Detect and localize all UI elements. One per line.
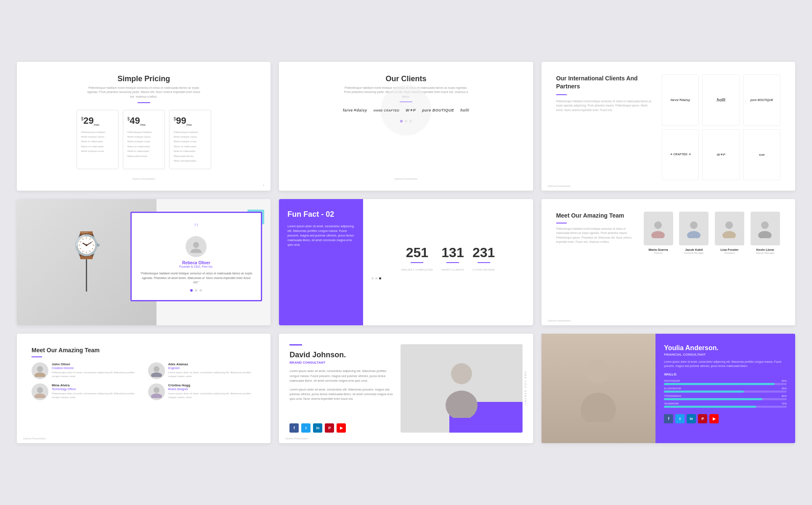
svg-point-5 <box>687 231 701 238</box>
svg-point-7 <box>722 231 736 238</box>
list-avatar-3 <box>32 383 48 400</box>
client-logos: farve✕daisy HAND CRAFTED W✦P pure BOUTIQ… <box>343 108 470 112</box>
team-list-title: Meet Our Amazing Team <box>32 346 256 355</box>
funfact-left: Fun Fact - 02 Lorem ipsum dolor sit amet… <box>279 199 363 325</box>
pricing-cards: $29/mo Pellentesque habitant Morbi trist… <box>77 110 211 169</box>
team-member-1: Maria Guerra Director <box>643 212 674 254</box>
team-divider <box>556 223 567 223</box>
price-2: $49/mo <box>127 115 160 127</box>
quote-marks: " <box>140 221 253 234</box>
quote-card: " Rebeca Oliver Founder & CEO, Firm Inc.… <box>130 212 263 301</box>
slide-youlia: Youlia Anderson. FINANCIAL CONSULTANT Lo… <box>541 334 795 443</box>
list-role-1: Creative Director <box>52 367 140 369</box>
list-desc-4: Lorem ipsum dolor sit amet, consectetur … <box>168 392 256 399</box>
member-avatar-4 <box>751 212 780 245</box>
youlia-social-li[interactable]: in <box>687 414 696 423</box>
david-footer: Optima Presentation <box>285 437 308 440</box>
svg-point-15 <box>34 393 45 398</box>
svg-point-19 <box>446 391 478 418</box>
logo-farve: farve✕daisy <box>343 108 367 112</box>
member-role-1: Director <box>643 252 674 254</box>
intl-logos: farve✕daisy holli pure BOUTIQUE ✦ CRAFTE… <box>662 74 780 181</box>
list-role-3: Technology Officer <box>52 388 140 391</box>
stat-projects: 251 PROJECT COMPLETED <box>401 245 433 272</box>
team-left: Meet Our Amazing Team Pellentesque habit… <box>556 212 635 315</box>
list-name-4: Cristina Hogg <box>168 383 256 387</box>
funfact-desc: Lorem ipsum dolor sit amet, consectetur … <box>287 224 355 247</box>
list-info-4: Cristina Hogg Brand designer Lorem ipsum… <box>168 383 256 399</box>
team-list-footer: Optima Presentation <box>23 437 46 440</box>
funfact-nav-dots <box>372 277 524 279</box>
social-facebook[interactable]: f <box>289 423 299 433</box>
david-photo-inner <box>401 344 522 433</box>
stat-label-3: 5 STAR REVIEW <box>472 268 494 271</box>
team-list-item-4: Cristina Hogg Brand designer Lorem ipsum… <box>148 383 256 400</box>
list-avatar-2 <box>148 362 165 379</box>
pricing-page: 1 <box>263 184 264 186</box>
features-3: Pellentesque habitant Morbi tristique va… <box>174 130 207 163</box>
quote-name: Rebeca Oliver <box>140 260 253 265</box>
stat-label-2: HAPPY CLIENTS <box>441 268 464 271</box>
slide-grid: Simple Pricing Pellentesque habitant mor… <box>17 62 795 444</box>
youlia-social-tw[interactable]: t <box>675 414 685 423</box>
features-1: Pellentesque habitant Morbi tristique va… <box>81 130 114 153</box>
member-role-3: Assistant <box>714 252 745 254</box>
member-name-4: Kevin Llone <box>750 248 780 252</box>
pricing-card-1: $29/mo Pellentesque habitant Morbi trist… <box>77 110 119 169</box>
svg-point-17 <box>151 393 162 398</box>
youlia-info: Youlia Anderson. FINANCIAL CONSULTANT Lo… <box>655 334 795 443</box>
svg-point-2 <box>654 221 662 229</box>
youlia-desc: Lorem ipsum dolor sit amet, consectetur … <box>664 360 787 368</box>
skill-photoshop: PHOTOSHOP90% <box>664 380 787 385</box>
david-role: BRAND CONSULTANT <box>289 361 394 364</box>
youlia-social-fb[interactable]: f <box>664 414 673 423</box>
youlia-social-pi[interactable]: P <box>698 414 707 423</box>
pricing-title: Simple Pricing <box>117 74 170 83</box>
list-desc-1: Pellentesque dolor sit amet, consectetur… <box>52 371 140 378</box>
youlia-photo <box>541 334 655 443</box>
list-desc-2: Lorem ipsum dolor sit amet, consectetur … <box>168 371 256 378</box>
svg-point-10 <box>37 366 43 372</box>
social-twitter[interactable]: t <box>301 423 310 433</box>
slide-intl-clients: Our International Clients And Partners P… <box>541 62 795 191</box>
list-info-3: Mina Alvira Technology Officer Pellentes… <box>52 383 140 399</box>
member-name-3: Lisa Froster <box>714 248 745 252</box>
logo-wp: W✦P <box>406 108 416 112</box>
svg-point-6 <box>725 221 733 229</box>
clients-title: Our Clients <box>385 74 426 83</box>
member-avatar-3 <box>715 212 744 245</box>
intl-title: Our International Clients And Partners <box>556 74 653 91</box>
intl-logo-5: W✦P <box>702 129 740 181</box>
social-pinterest[interactable]: P <box>325 423 334 433</box>
team-list-divider <box>32 356 42 357</box>
features-2: Pellentesque habitant Morbi tristique va… <box>127 130 160 158</box>
list-desc-3: Pellentesque dolor sit amet, consectetur… <box>52 392 140 399</box>
social-youtube[interactable]: ▶ <box>337 423 346 433</box>
david-social: f t in P ▶ <box>289 423 394 433</box>
stat-div-2 <box>446 262 459 263</box>
youlia-social-yt[interactable]: ▶ <box>709 414 719 423</box>
stat-div-1 <box>411 262 423 263</box>
skill-typography: TYPOGRAPHY80% <box>664 395 787 400</box>
quote-person-title: Founder & CEO, Firm Inc. <box>140 265 253 268</box>
rebeca-avatar <box>186 236 207 257</box>
slide-pricing: Simple Pricing Pellentesque habitant mor… <box>17 62 271 191</box>
team-desc: Pellentesque habitant morbi tristique se… <box>556 227 635 245</box>
list-avatar-4 <box>148 383 165 400</box>
skills-label: SKILLS: <box>664 372 787 376</box>
clients-footer: Optima Presentation <box>395 173 418 180</box>
pricing-footer: Optima Presentation <box>132 173 155 180</box>
svg-point-3 <box>651 231 665 238</box>
member-name-1: Maria Guerra <box>643 248 674 252</box>
funfact-title: Fun Fact - 02 <box>287 210 355 219</box>
stat-num-1: 251 <box>401 245 433 260</box>
intl-desc: Pellentesque habitant morbi tristique se… <box>556 99 653 112</box>
logo-pure: pure BOUTIQUE <box>422 108 454 112</box>
david-info: David Johnson. BRAND CONSULTANT Lorem ip… <box>289 344 394 433</box>
social-linkedin[interactable]: in <box>313 423 322 433</box>
team-member-2: Jacob Kahil General Manager <box>679 212 709 254</box>
svg-point-20 <box>586 360 610 383</box>
team-title: Meet Our Amazing Team <box>556 212 635 220</box>
david-desc2: Lorem ipsum dolor sit amet, consectetur … <box>289 387 394 401</box>
slide-david: David Johnson. BRAND CONSULTANT Lorem ip… <box>279 334 533 443</box>
